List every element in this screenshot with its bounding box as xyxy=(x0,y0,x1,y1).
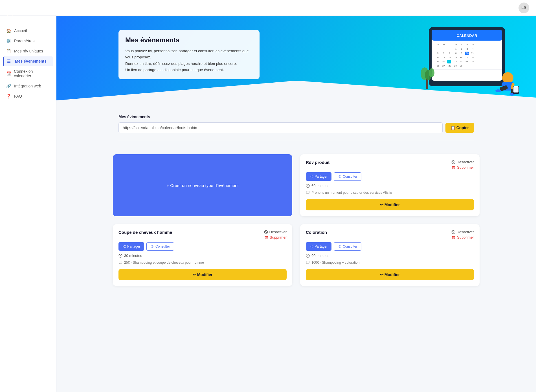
eye-icon-3 xyxy=(338,245,341,248)
deactivate-button-coloration[interactable]: Désactiver xyxy=(451,230,474,234)
deactivate-button-rdv-produit[interactable]: Désactiver xyxy=(451,160,474,164)
share-button-coupe[interactable]: Partager xyxy=(118,242,144,251)
svg-line-81 xyxy=(311,246,312,246)
calendar-link-section: Mes évènements 📋 Copier xyxy=(56,114,536,149)
share-button-coloration[interactable]: Partager xyxy=(306,242,331,251)
clock-icon-3 xyxy=(306,254,310,258)
event-name-coloration: Coloration xyxy=(306,230,327,235)
deactivate-icon xyxy=(451,160,455,164)
svg-point-82 xyxy=(339,246,340,247)
svg-line-63 xyxy=(311,176,312,176)
event-card-coupe-cheveux: Coupe de cheveux homme Désactiver Suppri… xyxy=(113,224,292,286)
svg-text:F: F xyxy=(467,43,468,46)
svg-text:30: 30 xyxy=(460,65,462,67)
event-card-header-rdv-produit: Rdv produit Désactiver Supprimer xyxy=(306,160,474,169)
create-event-card[interactable]: + Créer un nouveau type d'évènement xyxy=(113,154,292,216)
calendar-link-label: Mes évènements xyxy=(118,114,474,119)
svg-point-59 xyxy=(312,175,313,176)
sidebar-item-parametres[interactable]: ⚙️ Paramètres xyxy=(3,36,53,46)
svg-line-62 xyxy=(311,177,312,177)
svg-text:2: 2 xyxy=(461,48,462,50)
sidebar-item-rdv-uniques-label: Mes rdv uniques xyxy=(14,49,43,53)
svg-line-67 xyxy=(265,231,267,233)
svg-point-77 xyxy=(312,245,313,246)
svg-line-58 xyxy=(452,161,454,163)
delete-button-coloration[interactable]: Supprimer xyxy=(452,235,474,239)
svg-text:12: 12 xyxy=(437,56,439,59)
event-duration-coupe: 30 minutes xyxy=(118,254,287,258)
event-actions-top-coloration: Désactiver Supprimer xyxy=(451,230,474,239)
event-duration-rdv-produit: 60 minutes xyxy=(306,184,474,188)
event-actions-top-coupe: Désactiver Supprimer xyxy=(264,230,287,239)
modify-button-coloration[interactable]: ✏ Modifier xyxy=(306,269,474,280)
svg-point-56 xyxy=(429,68,434,77)
main-content: Mes évènements Vous pouvez ici, personna… xyxy=(56,0,536,392)
sidebar-item-rdv-uniques[interactable]: 📋 Mes rdv uniques xyxy=(3,46,53,56)
divider xyxy=(118,140,474,140)
event-card-header-coupe: Coupe de cheveux homme Désactiver Suppri… xyxy=(118,230,287,239)
svg-text:14: 14 xyxy=(449,56,451,59)
sidebar-item-connexion-calendrier[interactable]: 📅 Connexion calendrier xyxy=(3,67,53,81)
svg-text:19: 19 xyxy=(437,60,439,63)
svg-point-78 xyxy=(310,246,311,247)
svg-text:20: 20 xyxy=(442,60,445,63)
svg-rect-52 xyxy=(513,86,519,93)
svg-text:7: 7 xyxy=(449,52,451,54)
link-row: 📋 Copier xyxy=(118,122,474,133)
view-button-coupe[interactable]: Consulter xyxy=(146,242,174,251)
message-icon-3 xyxy=(306,261,310,265)
event-buttons-rdv-produit: Partager Consulter xyxy=(306,172,474,181)
deactivate-button-coupe[interactable]: Désactiver xyxy=(264,230,287,234)
svg-text:21: 21 xyxy=(448,60,451,63)
link-icon: 🔗 xyxy=(6,84,11,88)
deactivate-icon-2 xyxy=(264,230,268,234)
clock-icon-2 xyxy=(118,254,122,258)
svg-line-72 xyxy=(124,246,124,246)
svg-point-79 xyxy=(312,247,313,248)
view-button-coloration[interactable]: Consulter xyxy=(334,242,361,251)
event-duration-coloration: 90 minutes xyxy=(306,254,474,258)
svg-rect-43 xyxy=(432,69,502,70)
delete-button-rdv-produit[interactable]: Supprimer xyxy=(452,165,474,169)
copy-button[interactable]: 📋 Copier xyxy=(445,123,474,133)
cal-illustration: CALENDAR S M T W T F S 1 2 3 4 5 6 7 8 xyxy=(412,21,519,104)
svg-text:1: 1 xyxy=(455,48,457,50)
hero-text-box: Mes évènements Vous pouvez ici, personna… xyxy=(118,30,260,79)
hero-title: Mes évènements xyxy=(125,36,253,44)
delete-button-coupe[interactable]: Supprimer xyxy=(264,235,287,239)
svg-text:18: 18 xyxy=(471,56,474,59)
svg-line-76 xyxy=(452,231,454,233)
event-buttons-coupe: Partager Consulter xyxy=(118,242,287,251)
modify-button-coupe[interactable]: ✏ Modifier xyxy=(118,269,287,280)
sidebar-item-faq[interactable]: ❓ FAQ xyxy=(3,91,53,101)
create-event-label: + Créer un nouveau type d'évènement xyxy=(166,183,238,188)
user-avatar[interactable]: LB xyxy=(519,3,529,13)
calendar-icon: 📅 xyxy=(6,71,11,76)
svg-line-71 xyxy=(124,247,124,247)
sidebar-item-integration-web-label: Intégration web xyxy=(14,84,41,88)
sidebar-item-accueil[interactable]: 🏠 Accueil xyxy=(3,26,53,36)
event-actions-top-rdv: Désactiver Supprimer xyxy=(451,160,474,169)
calendar-url-input[interactable] xyxy=(118,122,443,133)
clock-icon xyxy=(306,184,310,188)
svg-point-70 xyxy=(125,247,126,248)
clipboard-icon: 📋 xyxy=(6,49,11,53)
modify-button-rdv-produit[interactable]: ✏ Modifier xyxy=(306,199,474,210)
sidebar-item-connexion-calendrier-label: Connexion calendrier xyxy=(14,69,50,78)
event-description-rdv-produit: Prenons un moment pour discuter des serv… xyxy=(306,191,474,195)
svg-text:4: 4 xyxy=(472,48,474,50)
svg-text:15: 15 xyxy=(454,56,457,59)
event-card-rdv-produit: Rdv produit Désactiver Supprimer Partage… xyxy=(300,154,480,216)
view-button-rdv-produit[interactable]: Consulter xyxy=(334,172,361,181)
deactivate-icon-3 xyxy=(451,230,455,234)
sidebar-item-mes-evenements[interactable]: ☰ Mes évènements xyxy=(3,56,53,66)
sidebar: AlizCalendar. 🏠 Accueil ⚙️ Paramètres 📋 … xyxy=(0,0,56,392)
share-button-rdv-produit[interactable]: Partager xyxy=(306,172,331,181)
top-header: LB xyxy=(0,0,536,16)
event-name-rdv-produit: Rdv produit xyxy=(306,160,329,165)
svg-text:S: S xyxy=(472,43,474,46)
message-icon-2 xyxy=(118,261,122,265)
event-description-coloration: 100€ - Shampooing + coloration xyxy=(306,261,474,265)
sidebar-item-integration-web[interactable]: 🔗 Intégration web xyxy=(3,81,53,91)
svg-line-80 xyxy=(311,247,312,247)
